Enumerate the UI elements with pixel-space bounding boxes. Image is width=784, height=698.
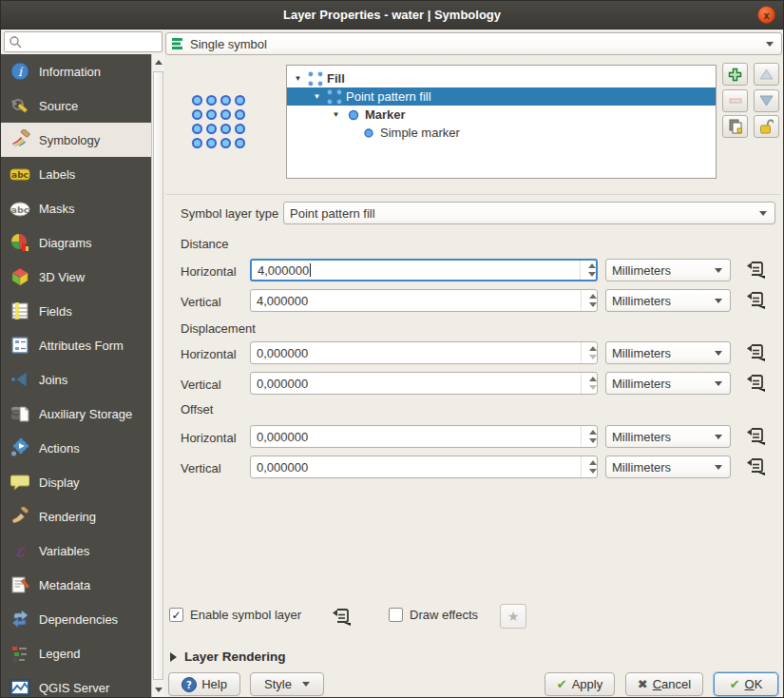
spin-buttons[interactable] bbox=[581, 426, 593, 447]
sidebar-item-legend[interactable]: Legend bbox=[1, 636, 151, 670]
sidebar-item-labels[interactable]: abc Labels bbox=[1, 157, 151, 191]
spin-buttons[interactable] bbox=[581, 342, 593, 363]
draw-effects-checkbox[interactable]: Draw effects bbox=[389, 608, 478, 622]
scrollbar-thumb[interactable] bbox=[153, 71, 163, 680]
tree-row-marker[interactable]: ▼ Marker bbox=[287, 106, 716, 124]
sidebar-item-attributes-form[interactable]: Attributes Form bbox=[1, 328, 151, 362]
spin-buttons[interactable] bbox=[581, 456, 593, 477]
add-symbol-layer-button[interactable] bbox=[722, 63, 748, 86]
draw-effects-label: Draw effects bbox=[410, 608, 478, 622]
sidebar-item-dependencies[interactable]: Dependencies bbox=[1, 602, 151, 636]
tree-row-simple-marker[interactable]: Simple marker bbox=[287, 124, 716, 142]
sidebar-item-3d-view[interactable]: 3D View bbox=[1, 260, 151, 294]
symbol-layer-type-select[interactable]: Point pattern fill bbox=[283, 202, 775, 224]
lock-colors-button[interactable] bbox=[754, 115, 779, 138]
spin-down-icon[interactable] bbox=[589, 469, 597, 474]
spin-buttons[interactable] bbox=[581, 373, 593, 394]
spin-buttons[interactable] bbox=[581, 290, 593, 311]
help-icon: ? bbox=[182, 677, 197, 692]
sidebar-item-information[interactable]: i Information bbox=[1, 54, 151, 88]
sidebar-item-masks[interactable]: abc Masks bbox=[1, 191, 151, 225]
search-input[interactable] bbox=[22, 35, 145, 48]
effects-options-button[interactable]: ★ bbox=[500, 604, 526, 629]
sidebar-item-variables[interactable]: ε Variables bbox=[1, 533, 151, 568]
expander-down-icon[interactable]: ▼ bbox=[313, 92, 321, 101]
spin-down-icon[interactable] bbox=[589, 385, 597, 390]
tree-row-point-pattern-fill[interactable]: ▼ Point pattern fill bbox=[287, 87, 716, 106]
tree-row-fill[interactable]: ▼ Fill bbox=[287, 69, 716, 87]
sidebar-item-rendering[interactable]: Rendering bbox=[1, 499, 151, 533]
rendering-icon bbox=[9, 505, 31, 528]
data-defined-override-button[interactable] bbox=[329, 606, 354, 629]
spin-up-icon[interactable] bbox=[589, 294, 597, 299]
spin-up-icon[interactable] bbox=[588, 263, 596, 268]
spin-up-icon[interactable] bbox=[589, 346, 597, 351]
distance-horizontal-input[interactable]: 4,000000 bbox=[250, 259, 598, 281]
sidebar-item-metadata[interactable]: Metadata bbox=[1, 568, 151, 602]
scrollbar-down-arrow[interactable] bbox=[152, 682, 165, 697]
data-defined-override-button[interactable] bbox=[743, 289, 768, 312]
sidebar-item-label: Source bbox=[39, 99, 78, 113]
sidebar-item-source[interactable]: Source bbox=[1, 88, 151, 123]
help-button[interactable]: ? Help bbox=[168, 672, 240, 696]
checkbox-unchecked-icon[interactable] bbox=[389, 608, 403, 622]
enable-symbol-layer-checkbox[interactable]: ✓ Enable symbol layer bbox=[169, 608, 301, 622]
move-up-button[interactable] bbox=[754, 63, 779, 86]
layer-rendering-section[interactable]: Layer Rendering bbox=[170, 650, 286, 664]
displacement-vertical-unit-select[interactable]: Millimeters bbox=[605, 372, 731, 395]
expander-down-icon[interactable]: ▼ bbox=[294, 74, 302, 83]
checkbox-checked-icon[interactable]: ✓ bbox=[169, 608, 183, 622]
spin-down-icon[interactable] bbox=[589, 438, 597, 443]
spin-up-icon[interactable] bbox=[589, 430, 597, 435]
apply-button[interactable]: ✔ Apply bbox=[545, 672, 615, 696]
sidebar-item-qgis-server[interactable]: QGIS Server bbox=[1, 670, 151, 697]
sidebar-item-auxiliary-storage[interactable]: Auxiliary Storage bbox=[1, 397, 151, 431]
help-label: Help bbox=[201, 677, 227, 691]
renderer-select[interactable]: Single symbol bbox=[165, 32, 782, 55]
data-defined-override-button[interactable] bbox=[743, 425, 768, 448]
move-down-button[interactable] bbox=[754, 89, 779, 112]
spin-up-icon[interactable] bbox=[589, 460, 597, 465]
title-bar: Layer Properties - water | Symbology x bbox=[1, 1, 783, 29]
data-defined-override-button[interactable] bbox=[743, 456, 768, 478]
spin-up-icon[interactable] bbox=[589, 377, 597, 381]
spin-down-icon[interactable] bbox=[588, 272, 596, 277]
duplicate-symbol-layer-button[interactable] bbox=[722, 115, 748, 138]
ok-button[interactable]: ✔ OK bbox=[714, 672, 778, 696]
attributes-form-icon bbox=[9, 334, 31, 357]
sidebar-item-symbology[interactable]: Symbology bbox=[1, 123, 151, 157]
offset-vertical-unit-select[interactable]: Millimeters bbox=[605, 456, 731, 478]
cancel-button[interactable]: ✖ Cancel bbox=[625, 672, 703, 696]
style-button[interactable]: Style bbox=[250, 672, 324, 696]
distance-horizontal-unit-select[interactable]: Millimeters bbox=[605, 259, 731, 281]
expander-down-icon[interactable]: ▼ bbox=[332, 110, 340, 119]
section-divider bbox=[166, 194, 780, 195]
distance-vertical-unit-select[interactable]: Millimeters bbox=[605, 289, 731, 312]
close-button[interactable]: x bbox=[757, 6, 775, 24]
sidebar-item-fields[interactable]: Fields bbox=[1, 294, 151, 328]
displacement-vertical-input[interactable]: 0,000000 bbox=[250, 372, 598, 395]
offset-vertical-input[interactable]: 0,000000 bbox=[250, 456, 598, 478]
sidebar-item-label: Symbology bbox=[39, 133, 100, 147]
data-defined-override-button[interactable] bbox=[743, 259, 768, 281]
spin-buttons[interactable] bbox=[580, 261, 592, 280]
sidebar-scrollbar[interactable] bbox=[151, 54, 164, 697]
sidebar-item-joins[interactable]: Joins bbox=[1, 362, 151, 397]
data-defined-override-button[interactable] bbox=[743, 372, 768, 395]
remove-symbol-layer-button[interactable] bbox=[722, 89, 748, 112]
marker-icon bbox=[346, 107, 361, 123]
spin-down-icon[interactable] bbox=[589, 355, 597, 359]
displacement-horizontal-input[interactable]: 0,000000 bbox=[250, 341, 598, 364]
offset-horizontal-input[interactable]: 0,000000 bbox=[250, 425, 598, 448]
distance-vertical-input[interactable]: 4,000000 bbox=[250, 289, 598, 312]
sidebar-item-diagrams[interactable]: Diagrams bbox=[1, 225, 151, 260]
spinbox-value: 0,000000 bbox=[257, 346, 308, 360]
scrollbar-up-arrow[interactable] bbox=[152, 54, 165, 69]
sidebar-item-actions[interactable]: Actions bbox=[1, 431, 151, 465]
offset-horizontal-unit-select[interactable]: Millimeters bbox=[605, 425, 731, 448]
sidebar-item-display[interactable]: Display bbox=[1, 465, 151, 499]
sidebar-item-label: QGIS Server bbox=[39, 681, 109, 695]
displacement-horizontal-unit-select[interactable]: Millimeters bbox=[605, 341, 731, 364]
data-defined-override-button[interactable] bbox=[743, 341, 768, 364]
spin-down-icon[interactable] bbox=[589, 302, 597, 307]
